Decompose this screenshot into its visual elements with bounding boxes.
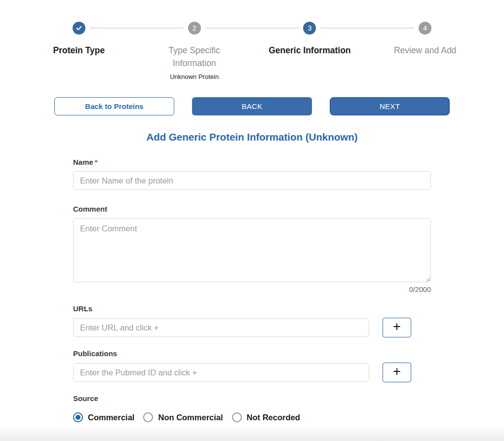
step-generic-information[interactable]: 3 Generic Information [252, 22, 368, 80]
name-label-text: Name [73, 158, 93, 166]
not-recorded-radio[interactable] [232, 412, 242, 422]
required-asterisk: * [95, 158, 98, 166]
wizard-stepper: Protein Type 2 Type Specific Information… [0, 0, 504, 80]
urls-field-group: URLs + [73, 304, 431, 337]
commercial-radio[interactable] [73, 412, 83, 422]
plus-icon: + [393, 365, 401, 378]
urls-label: URLs [73, 304, 431, 313]
step-3-number: 3 [308, 24, 311, 32]
step-1-circle [73, 22, 85, 35]
source-option-non-commercial[interactable]: Non Commercial [143, 412, 223, 422]
next-button[interactable]: NEXT [330, 97, 450, 115]
source-option-commercial[interactable]: Commercial [73, 412, 134, 422]
non-commercial-radio-label: Non Commercial [158, 413, 223, 422]
step-1-label: Protein Type [53, 44, 105, 57]
step-protein-type[interactable]: Protein Type [21, 22, 137, 80]
step-2-sublabel: Unknown Protein [170, 73, 219, 80]
source-radio-group: Commercial Non Commercial Not Recorded [73, 412, 431, 422]
back-to-proteins-button[interactable]: Back to Proteins [54, 97, 174, 115]
step-2-number: 2 [193, 24, 196, 32]
step-3-circle: 3 [303, 22, 316, 35]
non-commercial-radio[interactable] [143, 412, 153, 422]
name-input[interactable] [73, 171, 431, 190]
comment-textarea[interactable] [73, 218, 431, 282]
publications-label: Publications [73, 349, 431, 358]
step-2-label: Type Specific Information [152, 44, 237, 70]
add-publication-button[interactable]: + [383, 363, 411, 382]
source-option-not-recorded[interactable]: Not Recorded [232, 412, 300, 422]
not-recorded-radio-label: Not Recorded [247, 413, 300, 422]
step-4-number: 4 [423, 24, 427, 32]
step-3-label: Generic Information [269, 44, 350, 57]
action-button-row: Back to Proteins BACK NEXT [54, 97, 450, 115]
comment-label: Comment [73, 205, 431, 213]
step-4-label: Review and Add [394, 44, 456, 57]
step-type-specific-information[interactable]: 2 Type Specific Information Unknown Prot… [137, 22, 252, 80]
check-icon [76, 25, 82, 32]
plus-icon: + [393, 320, 401, 333]
source-label: Source [73, 394, 431, 403]
name-field-group: Name* [73, 158, 431, 190]
back-button[interactable]: BACK [192, 97, 312, 115]
step-review-and-add[interactable]: 4 Review and Add [367, 22, 483, 80]
add-url-button[interactable]: + [383, 318, 411, 337]
comment-char-counter: 0/2000 [73, 286, 431, 294]
publications-field-group: Publications + [73, 349, 431, 382]
step-4-circle: 4 [419, 22, 431, 35]
source-field-group: Source Commercial Non Commercial Not Rec… [73, 394, 431, 422]
bottom-edge-fade [0, 426, 504, 441]
generic-protein-form: Name* Comment 0/2000 URLs + Publications… [73, 158, 431, 422]
name-label: Name* [73, 158, 431, 166]
step-2-circle: 2 [188, 22, 201, 35]
url-input[interactable] [73, 318, 369, 337]
page-title: Add Generic Protein Information (Unknown… [0, 131, 504, 143]
comment-field-group: Comment 0/2000 [73, 205, 431, 294]
commercial-radio-label: Commercial [88, 413, 134, 422]
pubmed-id-input[interactable] [73, 363, 369, 382]
